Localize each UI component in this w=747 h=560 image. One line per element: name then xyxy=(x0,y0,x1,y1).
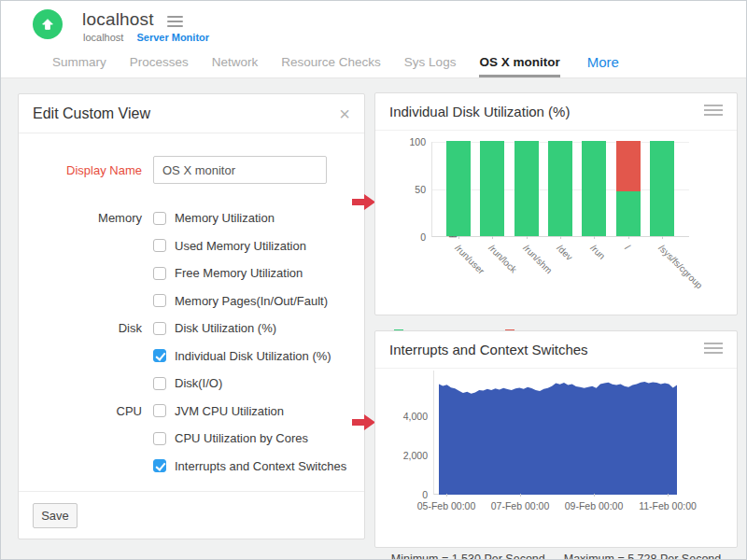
header: localhost localhostServer Monitor xyxy=(1,1,746,48)
bar-chart-plot: Bytes Per Second 100500/run/user/run/loc… xyxy=(431,142,689,237)
checkbox-label: CPU Utilization by Cores xyxy=(175,431,308,445)
bar-/run xyxy=(582,141,606,236)
content-area: Edit Custom View × Display Name MemoryMe… xyxy=(1,77,747,560)
bar-/ xyxy=(616,141,641,236)
chart-title: Individual Disk Utilization (%) xyxy=(389,104,570,119)
x-axis-tick: /dev xyxy=(555,243,574,262)
checkbox-checked[interactable] xyxy=(153,349,166,362)
tab-os-x-monitor[interactable]: OS X monitor xyxy=(479,55,559,77)
monitor-status-icon xyxy=(33,9,63,39)
chart-menu-icon[interactable] xyxy=(704,343,723,357)
bar-/dev xyxy=(548,141,572,236)
tab-processes[interactable]: Processes xyxy=(130,55,189,77)
breadcrumb: localhostServer Monitor xyxy=(83,32,209,43)
x-axis-tick: /run/user xyxy=(453,243,486,276)
x-axis-tick: /run/shm xyxy=(521,243,554,275)
tab-resource-checks[interactable]: Resource Checks xyxy=(281,55,381,77)
checkbox-row: Interrupts and Context Switches xyxy=(19,453,364,481)
red-arrow-icon xyxy=(352,194,375,210)
bar-/sys/fs/cgroup xyxy=(650,141,674,236)
chart-menu-icon[interactable] xyxy=(704,105,723,119)
checkbox-unchecked[interactable] xyxy=(153,239,166,252)
tab-bar: SummaryProcessesNetworkResource ChecksSy… xyxy=(1,48,746,77)
tab-more[interactable]: More xyxy=(587,54,619,77)
panel-header: Edit Custom View × xyxy=(19,94,364,133)
save-button[interactable]: Save xyxy=(33,503,78,528)
checkbox-label: Interrupts and Context Switches xyxy=(175,459,346,473)
area-series-context-switches xyxy=(434,371,677,495)
disk-utilization-chart-card: Individual Disk Utilization (%) Bytes Pe… xyxy=(374,92,738,315)
checkbox-row: Memory Pages(In/Out/Fault) xyxy=(19,287,364,315)
category-label: Memory xyxy=(19,211,142,225)
panel-footer: Save xyxy=(19,491,364,539)
checkbox-unchecked[interactable] xyxy=(153,404,166,417)
checkbox-label: Individual Disk Utilization (%) xyxy=(175,349,331,363)
close-icon[interactable]: × xyxy=(339,105,350,123)
checkbox-unchecked[interactable] xyxy=(153,294,166,307)
interrupts-chart-card: Interrupts and Context Switches Per Seco… xyxy=(374,330,738,548)
y-axis-tick: 0 xyxy=(422,489,428,500)
checkbox-label: Free Memory Utilization xyxy=(175,266,303,280)
checkbox-row: Used Memory Utilization xyxy=(19,232,364,260)
panel-title: Edit Custom View xyxy=(33,105,150,122)
tab-sys-logs[interactable]: Sys Logs xyxy=(404,55,457,77)
bar-/run/user xyxy=(446,141,471,236)
checkbox-unchecked[interactable] xyxy=(153,432,166,445)
breadcrumb-host: localhost xyxy=(83,32,123,43)
checkbox-row: Disk(I/O) xyxy=(19,370,364,398)
checkbox-row: DiskDisk Utilization (%) xyxy=(19,315,364,343)
x-axis-tick: 07-Feb 00:00 xyxy=(491,500,549,511)
category-label: Disk xyxy=(19,321,142,335)
minimum-stat: Minimum = 1,530 Per Second xyxy=(391,553,545,560)
x-axis-tick: /sys/fs/cgroup xyxy=(656,243,704,290)
checkbox-label: Memory Utilization xyxy=(175,211,275,225)
y-axis-tick: 2,000 xyxy=(403,450,428,461)
maximum-stat: Maximum = 5,728 Per Second xyxy=(564,553,722,560)
display-name-label: Display Name xyxy=(19,163,142,177)
y-axis-tick: 50 xyxy=(415,184,426,195)
checkbox-unchecked[interactable] xyxy=(153,267,166,280)
category-label: CPU xyxy=(19,404,142,418)
checkbox-unchecked[interactable] xyxy=(153,212,166,225)
arrow-up-icon xyxy=(40,17,55,32)
x-axis-tick: 09-Feb 00:00 xyxy=(565,500,623,511)
edit-custom-view-panel: Edit Custom View × Display Name MemoryMe… xyxy=(18,93,365,539)
x-axis-tick: / xyxy=(623,243,632,252)
y-axis-tick: 4,000 xyxy=(403,411,428,422)
checkbox-label: JVM CPU Utilization xyxy=(175,404,284,418)
chart-title: Interrupts and Context Switches xyxy=(389,342,588,357)
display-name-input[interactable] xyxy=(153,156,327,184)
checkbox-label: Disk(I/O) xyxy=(175,376,222,390)
checkbox-row: CPU Utilization by Cores xyxy=(19,425,364,453)
checkbox-unchecked[interactable] xyxy=(153,377,166,390)
chart-stats: Minimum = 1,530 Per Second Maximum = 5,7… xyxy=(375,553,737,560)
checkbox-label: Memory Pages(In/Out/Fault) xyxy=(175,294,328,308)
x-axis-tick: /run/lock xyxy=(487,243,520,275)
x-axis-tick: 05-Feb 00:00 xyxy=(417,500,475,511)
tab-network[interactable]: Network xyxy=(212,55,259,77)
checkbox-label: Disk Utilization (%) xyxy=(175,321,276,335)
chart-card-header: Interrupts and Context Switches xyxy=(375,331,737,369)
tab-summary[interactable]: Summary xyxy=(52,55,106,77)
bar-/run/shm xyxy=(514,141,539,236)
y-axis-tick: 0 xyxy=(420,231,426,243)
area-chart-plot: Per Second 4,0002,000005-Feb 00:0007-Feb… xyxy=(433,371,676,495)
checkbox-label: Used Memory Utilization xyxy=(175,239,306,253)
checkbox-row: Free Memory Utilization xyxy=(19,259,364,287)
checkbox-row: CPUJVM CPU Utilization xyxy=(19,398,364,426)
display-name-row: Display Name xyxy=(19,156,364,184)
breadcrumb-monitor-type-link[interactable]: Server Monitor xyxy=(136,32,209,43)
checkbox-row: Individual Disk Utilization (%) xyxy=(19,343,364,371)
x-axis-tick: 11-Feb 00:00 xyxy=(639,500,697,511)
hamburger-menu-icon[interactable] xyxy=(167,16,183,30)
y-axis-tick: 100 xyxy=(409,136,426,147)
chart-card-header: Individual Disk Utilization (%) xyxy=(375,93,737,131)
bar-/run/lock xyxy=(480,141,504,236)
checkbox-row: MemoryMemory Utilization xyxy=(19,204,364,232)
metric-checkbox-list: MemoryMemory UtilizationUsed Memory Util… xyxy=(19,204,364,480)
app-window: localhost localhostServer Monitor Summar… xyxy=(0,0,747,560)
red-arrow-icon xyxy=(352,414,375,430)
checkbox-checked[interactable] xyxy=(153,459,166,472)
x-axis-tick: /run xyxy=(589,243,608,261)
checkbox-unchecked[interactable] xyxy=(153,322,166,335)
